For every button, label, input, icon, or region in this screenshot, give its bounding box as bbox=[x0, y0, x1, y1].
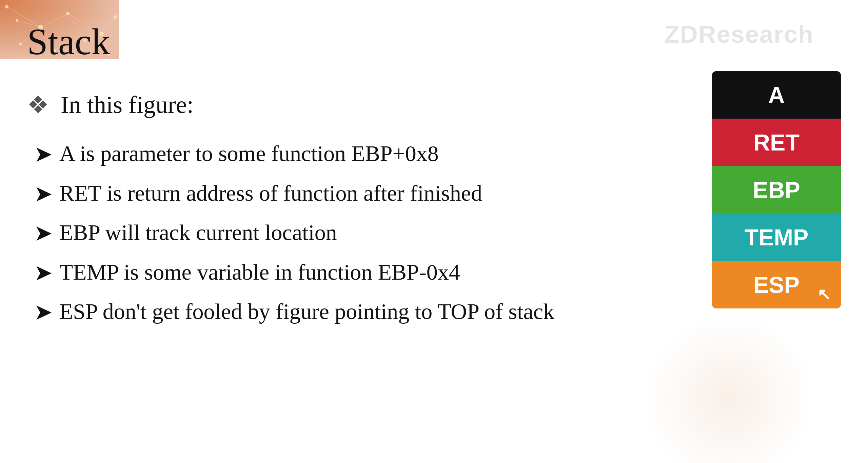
page-title: Stack bbox=[27, 20, 841, 63]
diamond-bullet-icon: ❖ bbox=[27, 90, 49, 119]
arrow-icon-2: ➤ bbox=[34, 180, 53, 208]
stack-block-ebp: EBP bbox=[712, 166, 841, 214]
arrow-icon-5: ➤ bbox=[34, 298, 53, 326]
stack-block-temp: TEMP bbox=[712, 214, 841, 261]
stack-block-a: A bbox=[712, 71, 841, 119]
mouse-cursor-icon: ↖ bbox=[817, 285, 831, 304]
stack-block-esp: ESP ↖ bbox=[712, 261, 841, 308]
arrow-icon-4: ➤ bbox=[34, 259, 53, 287]
stack-diagram: A RET EBP TEMP ESP ↖ bbox=[712, 71, 841, 308]
arrow-icon-1: ➤ bbox=[34, 140, 53, 168]
arrow-icon-3: ➤ bbox=[34, 219, 53, 247]
intro-text: In this figure: bbox=[61, 91, 194, 119]
stack-block-ret: RET bbox=[712, 119, 841, 166]
